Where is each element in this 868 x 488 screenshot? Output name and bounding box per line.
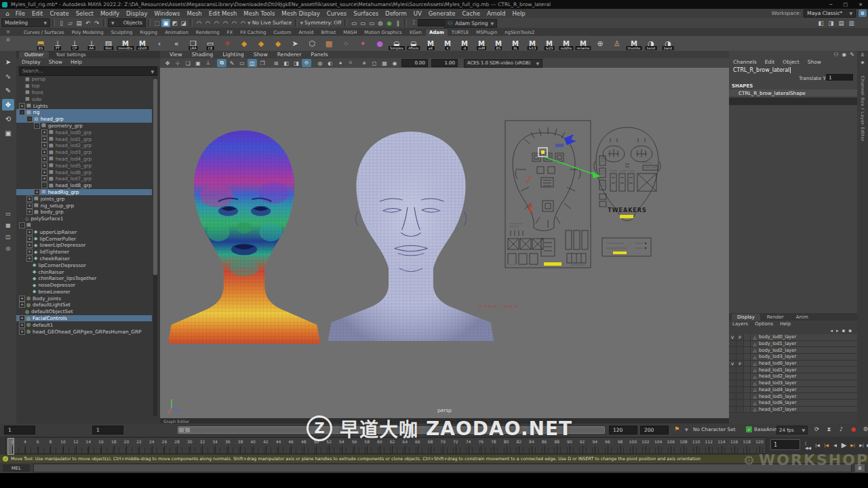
shelf-tab-curves-surfaces[interactable]: Curves / Surfaces — [20, 29, 68, 36]
shelf-tab-poly-modeling[interactable]: Poly Modeling — [68, 29, 107, 36]
character-set-dropdown[interactable]: No Character Set — [693, 426, 736, 432]
outliner-item-row-22[interactable]: -▤ — [16, 222, 152, 229]
shelf-item-ax[interactable]: MaX — [422, 37, 439, 50]
shape-node-row[interactable]: CTRL_R_brow_lateralShape — [729, 89, 857, 96]
outliner-item-nosedepressor[interactable]: ◆noseDepressor — [16, 282, 152, 289]
shelf-item-xl[interactable]: MXL — [507, 37, 524, 50]
pause-viewport-icon[interactable]: ∥ — [393, 19, 402, 27]
resolution-gate-icon[interactable]: ◫ — [248, 59, 257, 67]
outliner-item-head-lod2-grp[interactable]: +▤head_lod2_grp — [16, 142, 152, 149]
current-frame-field[interactable]: 1 — [770, 439, 800, 450]
character-selector-dropdown[interactable]: ⚇ Adam Spring ▼ — [444, 19, 497, 28]
facial-control-board[interactable] — [505, 121, 591, 268]
outliner-item-head-lod3-grp[interactable]: +▤head_lod3_grp — [16, 149, 152, 156]
workspace-dropdown[interactable]: Maya Classic* ▼ — [804, 9, 856, 18]
menu-arnold[interactable]: Arnold — [484, 10, 509, 17]
channel-box-menu-object[interactable]: Object — [783, 59, 799, 65]
render-settings-icon[interactable]: ◍ — [376, 19, 384, 27]
outliner-menu-help[interactable]: Help — [71, 59, 82, 65]
ipr-render-icon[interactable]: ▭ — [367, 19, 376, 27]
expand-toggle-icon[interactable]: + — [26, 229, 33, 235]
minimize-button[interactable]: ─ — [829, 2, 832, 7]
colorspace-dropdown[interactable]: ACES 1.0 SDR-video (sRGB)▼ — [464, 59, 542, 68]
time-tick-94[interactable]: 94 — [589, 438, 601, 453]
expand-toggle-icon[interactable]: + — [19, 296, 25, 302]
sound-mute-icon[interactable]: ♪ — [837, 425, 846, 433]
outliner-item-rig[interactable]: -▤rig — [16, 109, 152, 116]
expand-toggle-icon[interactable]: + — [26, 236, 33, 242]
time-tick-90[interactable]: 90 — [564, 438, 576, 453]
time-tick-26[interactable]: 26 — [158, 438, 171, 453]
layer-visibility-toggle[interactable] — [729, 400, 736, 406]
shelf-item-thumbs[interactable]: Mthumbs — [626, 37, 642, 50]
layout-single-pane-icon[interactable]: ▭ — [2, 209, 14, 218]
time-tick-52[interactable]: 52 — [323, 438, 336, 453]
time-tick-22[interactable]: 22 — [133, 438, 146, 453]
layer-playback-toggle[interactable] — [736, 393, 744, 399]
empty-layer-icon[interactable]: ▪ — [842, 328, 846, 333]
outliner-item-lights[interactable]: +▤Lights — [16, 102, 152, 109]
time-tick-96[interactable]: 96 — [601, 438, 614, 453]
field-chart-icon[interactable]: ⊞ — [271, 59, 281, 67]
textured-icon[interactable]: ◍ — [315, 59, 325, 67]
toggle-attribute-editor-icon[interactable]: ◨ — [827, 19, 835, 27]
layer-row-head-lod2-layer[interactable]: △head_lod2_layer — [729, 373, 857, 380]
layer-color-swatch[interactable] — [744, 393, 751, 399]
shelf-tab-animation[interactable]: Animation — [161, 29, 192, 36]
tab-outliner[interactable]: Outliner — [19, 52, 49, 58]
layer-visibility-toggle[interactable] — [729, 354, 736, 360]
outliner-item-head-lod4-grp[interactable]: +▤head_lod4_grp — [16, 156, 152, 163]
shelf-item-bend[interactable]: ◑bend — [643, 37, 659, 50]
shelf-tab-turtle[interactable]: TURTLE — [448, 29, 473, 36]
time-tick-88[interactable]: 88 — [551, 438, 564, 453]
menu-select[interactable]: Select — [73, 10, 97, 17]
outliner-item-body-joints[interactable]: +◍Body_joints — [16, 295, 152, 302]
outliner-item-rig-setup-grp[interactable]: +▤rig_setup_grp — [16, 202, 152, 209]
shelf-item-aa[interactable]: ⊥AA — [83, 37, 100, 50]
layer-color-swatch[interactable] — [744, 367, 751, 373]
range-slider-bar[interactable]: 1 — [178, 426, 605, 434]
select-hierarchy-icon[interactable]: ⬚ — [153, 19, 161, 27]
layer-row-body-lod2-layer[interactable]: △body_lod2_layer — [729, 347, 857, 354]
outliner-item-head-lod5-grp[interactable]: +▤head_lod5_grp — [16, 162, 152, 169]
attribute-value-field[interactable]: 1 — [826, 74, 853, 81]
layer-row-head-lod6-layer[interactable]: △head_lod6_layer — [729, 400, 857, 407]
time-tick-92[interactable]: 92 — [576, 438, 589, 453]
layer-playback-toggle[interactable]: P — [736, 334, 744, 340]
outliner-item-side[interactable]: ▦side — [16, 96, 152, 102]
shelf-item-s2st0[interactable]: Ms2st0 — [134, 37, 151, 50]
channel-box-node-name[interactable]: CTRL_R_brow_lateral — [733, 67, 791, 73]
time-tick-102[interactable]: 102 — [639, 438, 652, 453]
character-set-icon[interactable]: ⚇ — [833, 52, 838, 58]
screen-space-ao-icon[interactable]: ◻ — [370, 59, 379, 67]
menu-display[interactable]: Display — [123, 10, 151, 17]
outliner-item-body-grp[interactable]: +▤body_grp — [16, 209, 152, 216]
select-object-icon[interactable]: ▣ — [161, 19, 170, 27]
expand-toggle-icon[interactable]: + — [26, 196, 33, 202]
time-tick-60[interactable]: 60 — [373, 438, 386, 453]
layer-row-head-lod0-layer[interactable]: VP△head_lod0_layer — [729, 361, 857, 367]
command-input-field[interactable] — [33, 464, 852, 472]
exposure-field[interactable]: 0.00 — [401, 59, 428, 67]
time-tick-118[interactable]: 118 — [741, 438, 753, 453]
time-tick-58[interactable]: 58 — [361, 438, 374, 453]
time-tick-24[interactable]: 24 — [145, 438, 158, 453]
shelf-tab-motion-graphics[interactable]: Motion Graphics — [361, 29, 405, 36]
shelf-tab-sculpting[interactable]: Sculpting — [108, 29, 136, 36]
time-tick-44[interactable]: 44 — [272, 438, 285, 453]
plane-icon[interactable]: ⟂ — [203, 59, 213, 67]
outliner-menu-display[interactable]: Display — [22, 59, 41, 65]
menu-deform[interactable]: Deform — [382, 10, 410, 17]
layer-visibility-toggle[interactable] — [729, 407, 736, 413]
redo-icon[interactable]: ↷ — [92, 19, 101, 27]
menu-curves[interactable]: Curves — [323, 10, 351, 17]
shelf-item-20[interactable]: ● — [372, 37, 388, 50]
sidebar-layout-icon[interactable]: ◈ — [861, 60, 864, 65]
layer-playback-toggle[interactable]: P — [736, 361, 744, 367]
step-back-key-button[interactable]: |◀ — [823, 439, 831, 451]
auto-key-toggle[interactable]: ● — [849, 425, 858, 433]
outliner-item-geometry-grp[interactable]: -▤geometry_grp — [16, 123, 152, 129]
zoom-tool-icon[interactable]: ◎ — [2, 244, 14, 253]
shelf-item-7[interactable]: ‹ — [151, 37, 167, 50]
expand-toggle-icon[interactable]: + — [26, 209, 33, 215]
